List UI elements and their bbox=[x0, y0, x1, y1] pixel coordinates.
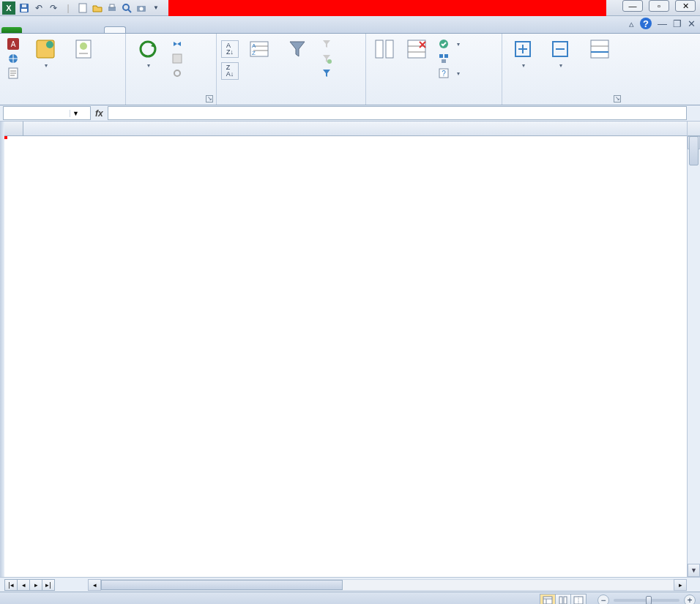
excel-icon: X bbox=[2, 1, 15, 15]
svg-rect-31 bbox=[408, 40, 425, 58]
preview-icon[interactable] bbox=[120, 1, 133, 15]
select-all-corner[interactable] bbox=[4, 122, 23, 135]
horizontal-scrollbar[interactable]: ◂ ▸ bbox=[88, 579, 687, 591]
properties-button[interactable] bbox=[168, 52, 189, 65]
workbook-close-icon[interactable]: ✕ bbox=[688, 18, 696, 29]
zoom-controls: − + bbox=[593, 594, 696, 605]
svg-rect-22 bbox=[173, 54, 182, 63]
vscroll-thumb[interactable] bbox=[689, 136, 699, 165]
ribbon-minimize-icon[interactable]: ▵ bbox=[629, 18, 634, 29]
text2col-button[interactable] bbox=[371, 36, 398, 62]
redo-icon[interactable]: ↷ bbox=[47, 1, 60, 15]
zoom-in-button[interactable]: + bbox=[684, 594, 696, 605]
ribbon: A ▾ ▾ ↘ AZ↓ ZA↓ AZ bbox=[0, 34, 700, 105]
clear-button[interactable] bbox=[318, 37, 338, 51]
name-box[interactable]: ▼ bbox=[3, 106, 91, 120]
text-icon bbox=[7, 67, 19, 79]
formula-input[interactable] bbox=[108, 106, 687, 120]
save-icon[interactable] bbox=[18, 1, 31, 15]
grid[interactable] bbox=[4, 122, 687, 577]
from-access-button[interactable]: A bbox=[4, 37, 25, 51]
fx-icon[interactable]: fx bbox=[95, 108, 103, 119]
advanced-button[interactable] bbox=[318, 67, 338, 80]
tab-formulas[interactable] bbox=[83, 27, 104, 33]
outline-dialog-launcher[interactable]: ↘ bbox=[614, 95, 621, 102]
zoom-slider[interactable] bbox=[614, 599, 679, 602]
subtotal-button[interactable] bbox=[581, 36, 618, 62]
open-icon[interactable] bbox=[91, 1, 104, 15]
worksheet-area: ▲ ▼ bbox=[0, 122, 700, 577]
sheet-first-icon[interactable]: |◂ bbox=[4, 579, 18, 591]
existing-conn-button[interactable] bbox=[66, 36, 101, 62]
sort-button[interactable]: AZ bbox=[242, 36, 277, 62]
filter-button[interactable] bbox=[280, 36, 315, 62]
camera-icon[interactable] bbox=[135, 1, 148, 15]
access-icon: A bbox=[7, 38, 19, 50]
refresh-all-button[interactable]: ▾ bbox=[130, 36, 165, 69]
name-box-dropdown-icon[interactable]: ▼ bbox=[70, 110, 81, 117]
name-box-input[interactable] bbox=[4, 108, 70, 119]
window-title bbox=[168, 0, 606, 16]
connections-button[interactable] bbox=[168, 37, 189, 51]
from-other-button[interactable]: ▾ bbox=[28, 36, 63, 69]
workbook-minimize-icon[interactable]: — bbox=[658, 18, 667, 29]
zoom-out-button[interactable]: − bbox=[597, 594, 609, 605]
ungroup-button[interactable]: ▾ bbox=[542, 36, 578, 69]
tab-file[interactable] bbox=[1, 27, 22, 33]
undo-icon[interactable]: ↶ bbox=[32, 1, 45, 15]
svg-point-18 bbox=[46, 41, 53, 48]
conn-dialog-launcher[interactable]: ↘ bbox=[206, 95, 213, 102]
sheet-next-icon[interactable]: ▸ bbox=[29, 579, 42, 591]
svg-rect-35 bbox=[439, 54, 443, 58]
help-icon[interactable]: ? bbox=[640, 18, 652, 29]
group-button[interactable]: ▾ bbox=[507, 36, 539, 69]
editlinks-button[interactable] bbox=[168, 67, 189, 80]
group-sort-label bbox=[217, 101, 365, 105]
vertical-scrollbar[interactable]: ▲ ▼ bbox=[687, 122, 700, 577]
tab-data[interactable] bbox=[104, 26, 126, 33]
hscroll-left-icon[interactable]: ◂ bbox=[88, 579, 101, 591]
reapply-button[interactable] bbox=[318, 52, 338, 65]
tab-review[interactable] bbox=[126, 27, 146, 33]
dedup-button[interactable] bbox=[401, 36, 432, 62]
sort-az-button[interactable]: AZ↓ bbox=[221, 40, 239, 58]
workbook-restore-icon[interactable]: ❐ bbox=[673, 18, 682, 29]
view-buttons bbox=[540, 594, 586, 605]
hscroll-thumb[interactable] bbox=[101, 580, 343, 590]
whatif-button[interactable]: ?▾ bbox=[435, 67, 463, 80]
window-controls: — ▫ ✕ bbox=[622, 0, 696, 12]
tab-home[interactable] bbox=[22, 27, 42, 33]
sheet-last-icon[interactable]: ▸| bbox=[42, 579, 55, 591]
maximize-button[interactable]: ▫ bbox=[649, 0, 669, 12]
minimize-button[interactable]: — bbox=[622, 0, 643, 12]
zoom-slider-handle[interactable] bbox=[646, 596, 652, 605]
svg-rect-2 bbox=[22, 4, 26, 7]
validation-button[interactable]: ▾ bbox=[435, 37, 463, 51]
sort-za-button[interactable]: ZA↓ bbox=[221, 62, 239, 80]
view-normal-icon[interactable] bbox=[540, 594, 556, 605]
qat-dropdown-icon[interactable]: ▼ bbox=[149, 1, 163, 15]
close-button[interactable]: ✕ bbox=[675, 0, 696, 12]
quickprint-icon[interactable] bbox=[105, 1, 119, 15]
view-pagelayout-icon[interactable] bbox=[555, 594, 571, 605]
scroll-down-icon[interactable]: ▼ bbox=[688, 564, 700, 577]
view-pagebreak-icon[interactable] bbox=[570, 594, 587, 605]
qat-sep1: | bbox=[62, 1, 75, 15]
svg-rect-29 bbox=[376, 40, 383, 58]
svg-text:A: A bbox=[11, 40, 16, 48]
tab-pagelayout[interactable] bbox=[63, 27, 83, 33]
group-outline: ▾ ▾ ↘ bbox=[502, 34, 624, 105]
consolidate-button[interactable] bbox=[435, 52, 463, 65]
hscroll-track[interactable] bbox=[101, 579, 674, 591]
tab-view[interactable] bbox=[146, 27, 167, 33]
hscroll-right-icon[interactable]: ▸ bbox=[674, 579, 687, 591]
svg-rect-48 bbox=[543, 597, 552, 604]
from-web-button[interactable] bbox=[4, 52, 25, 65]
new-icon[interactable] bbox=[76, 1, 89, 15]
sheet-prev-icon[interactable]: ◂ bbox=[17, 579, 30, 591]
tab-insert[interactable] bbox=[42, 27, 63, 33]
svg-rect-52 bbox=[564, 597, 567, 604]
from-text-button[interactable] bbox=[4, 67, 25, 80]
quick-access-toolbar: ↶ ↷ | ▼ bbox=[18, 1, 163, 15]
group-tools-label bbox=[366, 101, 502, 105]
